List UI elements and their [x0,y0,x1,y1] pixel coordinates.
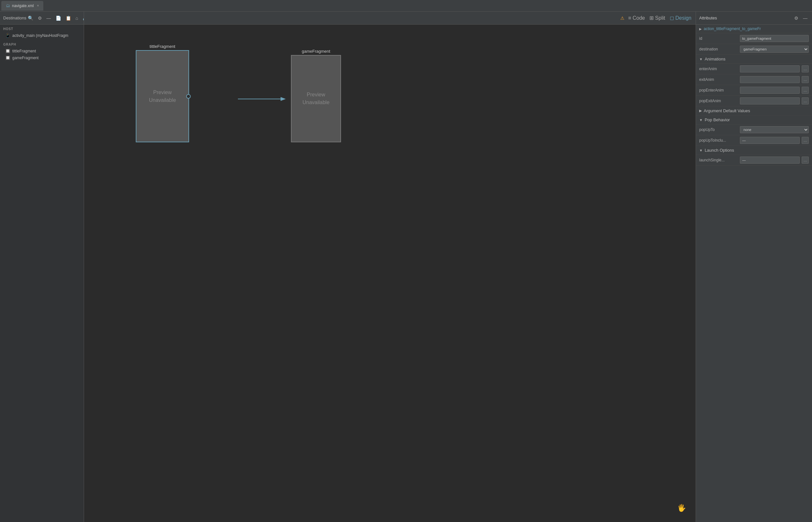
animations-chevron: ▼ [699,57,703,61]
argument-section-header[interactable]: ▶ Argument Default Values [696,106,812,116]
popUpToInclu-row: popUpToInclu... … [696,135,812,146]
launch-options-chevron: ▼ [699,148,703,152]
tab-file-icon: 🗂 [6,3,10,8]
minus-icon[interactable]: — [45,15,53,21]
launch-options-section-header[interactable]: ▼ Launch Options [696,146,812,155]
fragment-icon-1: 🔲 [5,48,11,53]
gameFragment-box[interactable]: Preview Unavailable [291,55,341,142]
popExitAnim-pick-btn[interactable]: … [801,97,809,104]
launchSingle-row: launchSingle... … [696,155,812,166]
id-row: id [696,33,812,44]
popEnterAnim-pick-btn[interactable]: … [801,87,809,94]
home-icon[interactable]: ⌂ [74,15,80,21]
enterAnim-row: enterAnim … [696,64,812,74]
pop-behavior-chevron: ▼ [699,118,703,122]
launchSingle-input[interactable] [740,157,800,164]
popExitAnim-input[interactable] [740,97,800,104]
animations-section-header[interactable]: ▼ Animations [696,55,812,64]
fragment-icon-2: 🔲 [5,55,11,60]
hand-cursor-icon: 🖐 [677,504,686,512]
destination-row: destination gameFragmen [696,44,812,55]
gameFragment-node-label: gameFragment [301,49,330,54]
tab-bar: 🗂 navigate.xml × [0,0,812,12]
graph-section: GRAPH 🔲 tittleFragment 🔲 gameFragment [0,40,84,62]
host-item[interactable]: 📱 activity_main (myNavHostFragm [3,32,81,39]
tittleFragment-preview: Preview Unavailable [149,88,176,104]
host-section-title: HOST [3,27,81,31]
warning-icon: ⚠ [620,16,625,21]
sidebar: Destinations 🔍 ⚙ — 📄 📋 ⌂ 🔗 → ⇔ HOST 📱 ac… [0,12,84,522]
animations-section-title: Animations [705,57,725,61]
host-item-label: activity_main (myNavHostFragm [12,33,68,38]
tittleFragment-label: tittleFragment [12,49,36,53]
sidebar-title: Destinations [3,16,26,20]
sidebar-item-gameFragment[interactable]: 🔲 gameFragment [3,54,81,61]
id-label: id [699,36,738,41]
popUpToInclu-input[interactable] [740,137,800,144]
activity-icon: 📱 [5,33,11,38]
attributes-panel: Attributes ⚙ — ▶ action_tittleFragment_t… [695,12,812,522]
gameFragment-label: gameFragment [12,56,39,60]
popUpTo-select[interactable]: none [740,126,809,133]
sidebar-toolbar-left: Destinations [3,16,26,20]
navigate-xml-tab[interactable]: 🗂 navigate.xml × [1,1,43,11]
graph-section-title: GRAPH [3,43,81,46]
enterAnim-label: enterAnim [699,67,738,71]
split-view-btn[interactable]: ⊞ Split [648,14,666,22]
popEnterAnim-label: popEnterAnim [699,88,738,93]
tittleFragment-node[interactable]: tittleFragment Preview Unavailable [136,44,189,142]
popEnterAnim-row: popEnterAnim … [696,85,812,96]
exitAnim-input[interactable] [740,76,800,83]
action-row: ▶ action_tittleFragment_to_gameFr [696,25,812,33]
tittleFragment-node-label: tittleFragment [150,44,175,49]
code-view-btn[interactable]: ≡ Code [627,14,646,22]
pop-behavior-section-header[interactable]: ▼ Pop Behavior [696,116,812,124]
launch-options-section-title: Launch Options [705,148,734,153]
popUpToInclu-label: popUpToInclu... [699,138,738,143]
enterAnim-input[interactable] [740,65,800,73]
popUpTo-row: popUpTo none [696,124,812,135]
host-section: HOST 📱 activity_main (myNavHostFragm [0,25,84,40]
sidebar-toolbar-icons: 🔍 ⚙ — 📄 📋 ⌂ 🔗 → ⇔ [26,15,84,21]
popExitAnim-label: popExitAnim [699,99,738,103]
id-input[interactable] [740,35,809,42]
popUpToInclu-pick-btn[interactable]: … [801,137,809,144]
argument-chevron: ▶ [699,109,702,113]
attributes-toolbar: Attributes ⚙ — [696,12,812,25]
popExitAnim-row: popExitAnim … [696,96,812,106]
attributes-title: Attributes [699,16,717,20]
settings-icon[interactable]: ⚙ [37,15,43,21]
action-label: action_tittleFragment_to_gameFr [704,26,761,31]
canvas-toolbar: ⚠ ≡ Code ⊞ Split ◻ Design [84,12,695,25]
tittleFragment-box[interactable]: Preview Unavailable [136,50,189,142]
arrow-expand-icon: ▶ [699,27,702,31]
pop-behavior-section-title: Pop Behavior [705,117,730,122]
destination-label: destination [699,47,738,52]
popEnterAnim-input[interactable] [740,87,800,94]
attributes-toolbar-icons: ⚙ — [793,15,809,21]
enterAnim-pick-btn[interactable]: … [801,65,809,73]
search-icon[interactable]: 🔍 [26,15,35,21]
link-icon[interactable]: 🔗 [81,15,84,21]
tab-label: navigate.xml [12,3,34,8]
sidebar-toolbar: Destinations 🔍 ⚙ — 📄 📋 ⌂ 🔗 → ⇔ [0,12,84,25]
canvas-area[interactable]: tittleFragment Preview Unavailable gameF… [84,25,695,522]
popUpTo-label: popUpTo [699,127,738,132]
design-view-btn[interactable]: ◻ Design [669,14,692,22]
gameFragment-node[interactable]: gameFragment Preview Unavailable [291,49,341,142]
tab-close-button[interactable]: × [37,4,39,7]
argument-section-title: Argument Default Values [704,108,750,113]
destination-select[interactable]: gameFragmen [740,46,809,53]
connection-dot[interactable] [186,94,191,99]
attributes-settings-icon[interactable]: ⚙ [793,15,800,21]
launchSingle-pick-btn[interactable]: … [801,157,809,164]
sidebar-item-tittleFragment[interactable]: 🔲 tittleFragment [3,47,81,54]
exitAnim-label: exitAnim [699,77,738,82]
new-dest-icon[interactable]: 📄 [54,15,62,21]
exitAnim-pick-btn[interactable]: … [801,76,809,83]
copy-icon[interactable]: 📋 [64,15,72,21]
attributes-close-icon[interactable]: — [801,15,809,21]
launchSingle-label: launchSingle... [699,158,738,162]
main-layout: Destinations 🔍 ⚙ — 📄 📋 ⌂ 🔗 → ⇔ HOST 📱 ac… [0,12,812,522]
exitAnim-row: exitAnim … [696,74,812,85]
